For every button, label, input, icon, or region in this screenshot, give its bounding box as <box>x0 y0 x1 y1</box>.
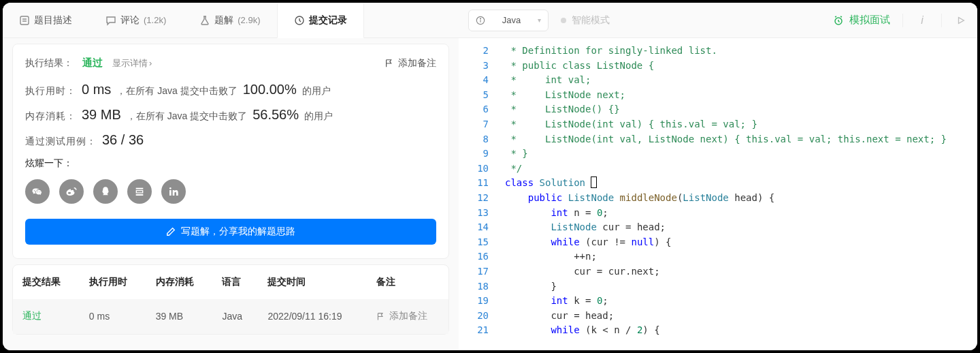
tab-count: (2.9k) <box>238 15 260 25</box>
mock-interview-button[interactable]: 模拟面试 <box>833 14 890 27</box>
tab-label: 题解 <box>214 14 233 27</box>
run-button[interactable] <box>954 14 968 27</box>
th-status: 提交结果 <box>13 265 80 299</box>
th-memory: 内存消耗 <box>146 265 213 299</box>
th-runtime: 执行用时 <box>80 265 146 299</box>
tab-comments[interactable]: 评论 (1.2k) <box>89 3 183 37</box>
flag-icon <box>385 59 394 68</box>
cell-status: 通过 <box>22 310 42 321</box>
code-editor[interactable]: 23456789101112131415161718192021 * Defin… <box>459 38 977 350</box>
right-pane: Java ▾ 智能模式 模拟面试 i 234567891011121314151… <box>459 3 977 350</box>
share-row <box>25 179 436 204</box>
share-linkedin[interactable] <box>161 179 186 204</box>
stat-memory: 内存消耗： 39 MB ，在所有 Java 提交中击败了 56.56% 的用户 <box>25 107 436 123</box>
svg-rect-4 <box>136 188 144 189</box>
language-label: Java <box>502 15 521 25</box>
result-label: 执行结果： <box>25 57 73 70</box>
left-tabs: 题目描述 评论 (1.2k) 题解 (2.9k) 提交记录 <box>3 3 459 38</box>
flag-icon <box>376 312 385 321</box>
language-select[interactable]: Java ▾ <box>468 10 549 31</box>
share-wechat[interactable] <box>25 179 50 204</box>
app-window: 题目描述 评论 (1.2k) 题解 (2.9k) 提交记录 <box>3 3 977 350</box>
show-detail-link[interactable]: 显示详情 › <box>112 57 152 70</box>
submissions-table: 提交结果 执行用时 内存消耗 语言 提交时间 备注 通过 0 ms 39 MB … <box>12 264 449 335</box>
brag-label: 炫耀一下： <box>25 157 436 170</box>
result-status: 通过 <box>82 57 103 70</box>
info-icon <box>476 16 485 25</box>
comment-icon <box>105 15 116 26</box>
doc-icon <box>19 15 30 26</box>
cell-runtime: 0 ms <box>80 299 146 334</box>
table-header-row: 提交结果 执行用时 内存消耗 语言 提交时间 备注 <box>13 265 448 299</box>
editor-header: Java ▾ 智能模式 模拟面试 i <box>459 3 977 38</box>
flask-icon <box>199 15 210 26</box>
cell-lang: Java <box>212 299 258 334</box>
svg-point-8 <box>169 187 172 189</box>
share-douban[interactable] <box>127 179 152 204</box>
info-button[interactable]: i <box>915 14 929 27</box>
svg-point-11 <box>480 18 480 18</box>
th-note: 备注 <box>367 265 448 299</box>
tab-label: 提交记录 <box>309 14 347 27</box>
result-head: 执行结果： 通过 显示详情 › 添加备注 <box>25 57 436 70</box>
history-icon <box>294 15 305 26</box>
tab-solutions[interactable]: 题解 (2.9k) <box>183 3 277 37</box>
tab-label: 评论 <box>120 14 140 27</box>
th-lang: 语言 <box>212 265 258 299</box>
share-qq[interactable] <box>93 179 118 204</box>
tab-label: 题目描述 <box>34 14 72 27</box>
stat-runtime: 执行用时： 0 ms ，在所有 Java 提交中击败了 100.00% 的用户 <box>25 82 436 97</box>
tab-submissions[interactable]: 提交记录 <box>277 3 364 38</box>
stat-cases: 通过测试用例： 36 / 36 <box>25 132 436 148</box>
status-dot-icon <box>561 18 566 23</box>
th-time: 提交时间 <box>258 265 367 299</box>
write-solution-button[interactable]: 写题解，分享我的解题思路 <box>25 219 436 245</box>
cell-note-link[interactable]: 添加备注 <box>376 310 427 322</box>
svg-rect-6 <box>136 194 144 196</box>
alarm-icon <box>833 15 844 26</box>
table-row[interactable]: 通过 0 ms 39 MB Java 2022/09/11 16:19 添加备注 <box>13 299 448 334</box>
left-pane: 题目描述 评论 (1.2k) 题解 (2.9k) 提交记录 <box>3 3 459 350</box>
tab-count: (1.2k) <box>144 15 166 25</box>
chevron-down-icon: ▾ <box>538 16 541 24</box>
result-panel: 执行结果： 通过 显示详情 › 添加备注 执行用时： 0 ms ，在所有 Jav… <box>12 44 449 259</box>
share-weibo[interactable] <box>59 179 84 204</box>
smart-mode[interactable]: 智能模式 <box>561 14 610 27</box>
cell-time: 2022/09/11 16:19 <box>258 299 367 334</box>
svg-rect-0 <box>20 16 29 25</box>
cell-memory: 39 MB <box>146 299 213 334</box>
svg-rect-5 <box>136 191 142 193</box>
chevron-right-icon: › <box>149 58 152 68</box>
tab-description[interactable]: 题目描述 <box>3 3 89 37</box>
svg-rect-7 <box>169 190 172 196</box>
pencil-icon <box>166 227 176 236</box>
add-note-link[interactable]: 添加备注 <box>385 57 436 70</box>
